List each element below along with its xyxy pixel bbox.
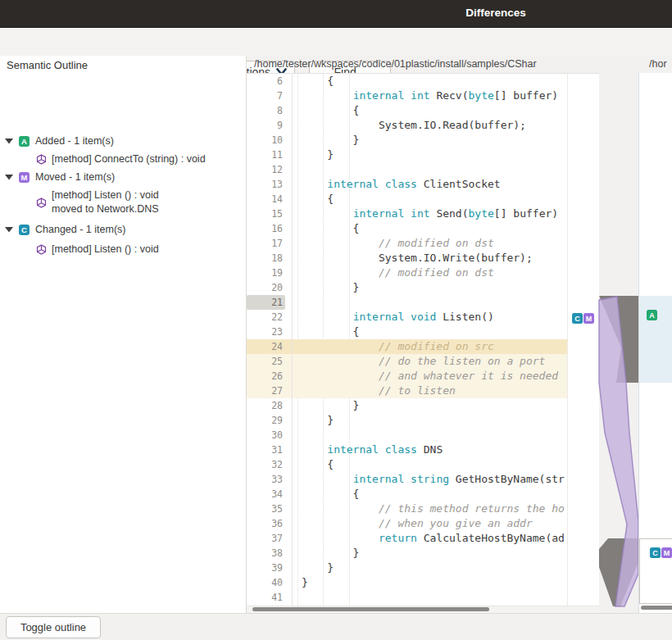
outline-group-changed[interactable]: C Changed - 1 item(s) xyxy=(5,224,125,235)
code-line: 30 xyxy=(247,428,567,443)
destination-code-editor[interactable]: A C M xyxy=(638,73,672,613)
code-line: 15 internal int Send(byte[] buffer) xyxy=(247,207,567,221)
line-number: 12 xyxy=(247,162,285,177)
line-number: 37 xyxy=(247,531,285,546)
outline-item-listen-moved[interactable]: [method] Listen () : void moved to Netwo… xyxy=(36,188,159,216)
outline-item-listen-changed[interactable]: [method] Listen () : void xyxy=(36,243,159,256)
line-number: 41 xyxy=(247,590,285,605)
window-titlebar: Differences xyxy=(0,0,672,28)
code-line: 34 { xyxy=(247,487,567,502)
moved-badge: M xyxy=(19,172,30,183)
method-icon xyxy=(36,244,47,255)
horizontal-scrollbar-thumb[interactable] xyxy=(641,606,672,610)
code-text: } xyxy=(302,546,359,561)
expand-arrow-icon[interactable] xyxy=(5,174,13,180)
added-marker-badge[interactable]: A xyxy=(647,310,657,320)
horizontal-scrollbar-thumb[interactable] xyxy=(252,607,489,611)
outline-group-label: Added - 1 item(s) xyxy=(35,135,114,147)
expand-arrow-icon[interactable] xyxy=(5,226,13,233)
moved-marker-badge[interactable]: M xyxy=(583,313,594,324)
line-number: 6 xyxy=(247,74,285,89)
code-text: // this method returns the ho xyxy=(302,502,565,516)
code-line: 29 } xyxy=(247,413,567,428)
method-icon xyxy=(36,197,47,208)
added-badge: A xyxy=(19,136,30,147)
line-number: 30 xyxy=(247,428,285,443)
code-line: 26 // and whatever it is needed xyxy=(247,369,567,384)
line-number: 21 xyxy=(247,295,285,310)
code-text: // do the listen on a port xyxy=(302,354,545,369)
line-number: 38 xyxy=(247,546,285,561)
code-text: } xyxy=(302,413,334,428)
code-text: { xyxy=(302,192,334,207)
code-line: 28 } xyxy=(247,398,567,413)
code-text: } xyxy=(302,398,359,413)
code-line: 21 xyxy=(247,295,567,310)
code-line: 37 return CalculateHostByName(ad xyxy=(247,531,567,546)
code-text: internal void Listen() xyxy=(302,310,494,325)
line-number: 26 xyxy=(247,369,285,384)
code-text: { xyxy=(302,103,359,118)
code-line: 12 xyxy=(247,162,567,177)
moved-marker-badge[interactable]: M xyxy=(661,547,672,558)
code-line: 9 System.IO.Read(buffer); xyxy=(247,118,567,133)
line-number: 10 xyxy=(247,133,285,148)
diff-connector-canvas xyxy=(597,73,639,613)
line-number: 32 xyxy=(247,457,285,472)
code-line: 10 } xyxy=(247,133,567,148)
line-number: 28 xyxy=(247,398,285,413)
line-number: 29 xyxy=(247,413,285,428)
code-line: 35 // this method returns the ho xyxy=(247,502,567,516)
code-line: 27 // to listen xyxy=(247,384,567,398)
outline-group-added[interactable]: A Added - 1 item(s) xyxy=(5,135,114,147)
toggle-outline-button[interactable]: Toggle outline xyxy=(6,616,101,638)
line-number: 24 xyxy=(247,339,285,354)
code-line: 18 System.IO.Write(buffer); xyxy=(247,251,567,266)
code-line: 14 { xyxy=(247,192,567,207)
outline-item-label: [method] Listen () : void xyxy=(52,243,159,256)
code-text: internal class DNS xyxy=(302,443,443,457)
code-line: 23 { xyxy=(247,325,567,339)
semantic-outline-panel: Semantic Outline A Added - 1 item(s) [me… xyxy=(0,56,246,613)
code-text: // to listen xyxy=(302,384,456,398)
code-line: 32 { xyxy=(247,457,567,472)
line-number: 20 xyxy=(247,280,285,295)
code-text: internal int Send(byte[] buffer) xyxy=(302,207,558,221)
outline-item-label: [method] ConnectTo (string) : void xyxy=(52,152,206,166)
code-text: } xyxy=(302,575,308,590)
code-text: // when you give an addr xyxy=(302,516,533,531)
code-text: { xyxy=(302,325,359,339)
code-text: // and whatever it is needed xyxy=(302,369,558,384)
expand-arrow-icon[interactable] xyxy=(5,138,13,144)
code-text: { xyxy=(302,487,359,502)
changed-marker-badge[interactable]: C xyxy=(572,313,583,324)
line-number: 40 xyxy=(247,575,285,590)
code-text: internal class ClientSocket xyxy=(302,177,501,192)
line-number: 19 xyxy=(247,266,285,280)
outline-item-connectto[interactable]: [method] ConnectTo (string) : void xyxy=(36,152,206,166)
line-number: 9 xyxy=(247,118,285,133)
code-text: // modified on src xyxy=(302,339,494,354)
right-file-path: /hor xyxy=(649,58,667,70)
moved-band xyxy=(599,297,638,606)
code-line: 22 internal void Listen() xyxy=(247,310,567,325)
code-line: 19 // modified on dst xyxy=(247,266,567,280)
code-line: 24 // modified on src xyxy=(247,339,567,354)
code-line: 38 } xyxy=(247,546,567,561)
outline-item-label: [method] Listen () : void moved to Netwo… xyxy=(52,188,159,216)
source-code-editor[interactable]: 6 {7 internal int Recv(byte[] buffer)8 {… xyxy=(247,73,599,613)
code-text: } xyxy=(302,561,334,575)
code-text: return CalculateHostByName(ad xyxy=(302,531,565,546)
line-number: 16 xyxy=(247,221,285,236)
code-line: 40} xyxy=(247,575,567,590)
line-number: 36 xyxy=(247,516,285,531)
code-line: 6 { xyxy=(247,74,567,89)
code-text: System.IO.Write(buffer); xyxy=(302,251,533,266)
outline-group-moved[interactable]: M Moved - 1 item(s) xyxy=(5,171,115,183)
code-line: 11 } xyxy=(247,148,567,162)
method-icon xyxy=(36,154,47,165)
line-number: 17 xyxy=(247,236,285,251)
changed-marker-badge[interactable]: C xyxy=(650,547,661,558)
outline-group-label: Moved - 1 item(s) xyxy=(35,171,115,183)
code-line: 17 // modified on dst xyxy=(247,236,567,251)
